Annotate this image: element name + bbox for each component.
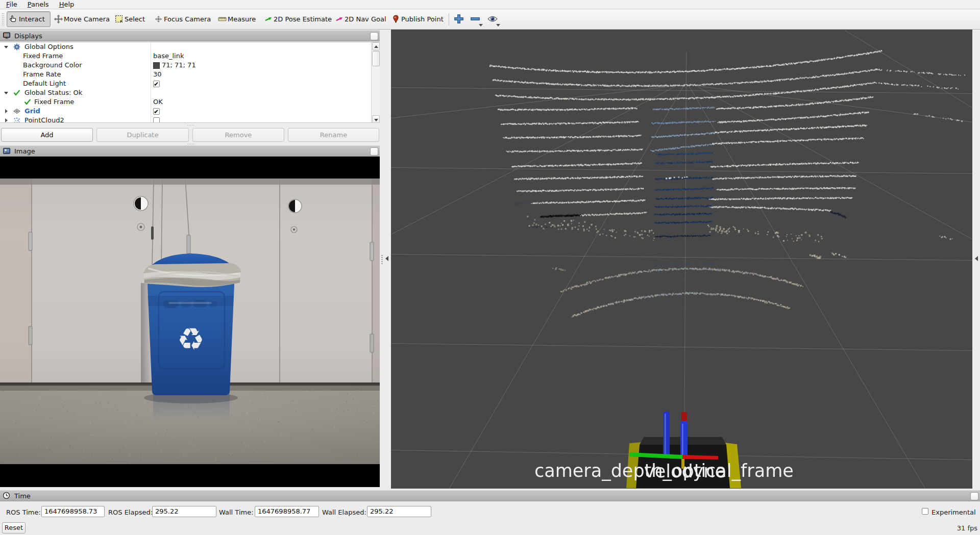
remove-tool-button[interactable] [470,14,481,25]
splitter-collapse-icon[interactable] [975,256,978,261]
clock-icon [3,492,11,500]
expander-down-icon[interactable] [2,42,10,52]
tree-row-background-color[interactable]: Background Color71; 71; 71 [0,61,371,70]
fps-counter: 31 fps [957,524,977,532]
expander-right-icon[interactable] [2,107,10,116]
displays-panel-titlebar: Displays [0,30,380,41]
dropdown-arrow-icon[interactable] [496,24,500,27]
tree-row-fixed-frame[interactable]: Fixed FrameOK [0,97,371,107]
door-handle [288,199,302,213]
property-value[interactable]: 30 [153,70,162,79]
color-swatch[interactable] [153,62,160,69]
experimental-checkbox[interactable] [922,508,928,515]
select-icon [115,15,124,23]
remove-button[interactable]: Remove [192,128,284,142]
scrollbar-thumb[interactable] [372,51,380,66]
tool-measure[interactable]: Measure [216,11,250,27]
tree-row-default-light[interactable]: Default Light [0,79,371,88]
property-checkbox[interactable] [153,108,160,115]
tree-row-pointcloud2[interactable]: PointCloud2 [0,116,371,123]
time-panel-close-button[interactable] [970,492,978,500]
menu-file[interactable]: File [2,0,21,9]
image-panel-close-button[interactable] [370,147,378,156]
tool-2d-nav-goal[interactable]: 2D Nav Goal [333,11,379,27]
displays-buttons: AddDuplicateRemoveRename [0,128,380,142]
tool-focus-camera[interactable]: Focus Camera [152,11,205,27]
tool-move-camera[interactable]: Move Camera [52,11,102,27]
tree-row-frame-rate[interactable]: Frame Rate30 [0,70,371,79]
tree-row-label: Fixed Frame [34,97,74,107]
tool-visibility-button[interactable] [487,14,499,25]
tree-row-global-status-ok[interactable]: Global Status: Ok [0,88,371,97]
time-panel-title: Time [14,492,31,500]
displays-panel-title: Displays [14,32,42,40]
property-value[interactable]: OK [153,97,163,107]
time-field-label: Wall Elapsed: [322,508,366,516]
tree-row-label: Background Color [23,61,82,70]
time-field-input-ros-elapsed-[interactable]: 295.22 [152,506,216,517]
property-checkbox[interactable] [153,81,160,87]
property-value[interactable]: base_link [153,52,184,61]
pose-estimate-icon [264,15,273,23]
time-field-input-wall-time-[interactable]: 1647698958.77 [255,506,319,517]
rename-button[interactable]: Rename [288,128,379,142]
add-tool-button[interactable] [454,14,465,25]
add-button[interactable]: Add [1,128,93,142]
image-panel: Image [0,145,380,487]
tree-row-label: Grid [24,107,40,116]
time-field-input-wall-elapsed-[interactable]: 295.22 [367,506,431,517]
pointcloud-canvas [391,30,972,489]
door-handle [134,196,148,211]
panel-splitter-left[interactable] [380,30,391,489]
hand-icon [9,15,18,23]
3d-viewport[interactable]: camera_depth_optical_framevelodyne [391,30,972,489]
image-icon [3,147,11,155]
expander-right-icon[interactable] [2,116,10,123]
camera-photo: ♻ [0,179,380,464]
experimental-label: Experimental [932,508,976,516]
tool-select[interactable]: Select [113,11,142,27]
camera-image-view: ♻ [0,157,380,487]
scroll-down-button[interactable] [372,115,380,123]
splitter-collapse-icon[interactable] [385,256,388,261]
splitter-grip-dots[interactable] [381,254,383,265]
reset-button[interactable]: Reset [2,522,26,533]
tree-row-fixed-frame[interactable]: Fixed Framebase_link [0,52,371,61]
tree-row-grid[interactable]: Grid [0,107,371,116]
duplicate-button[interactable]: Duplicate [96,128,189,142]
publish-point-icon [391,15,400,23]
tool-2d-pose-estimate[interactable]: 2D Pose Estimate [262,11,322,27]
rviz-window: FilePanelsHelp InteractMove CameraSelect… [0,0,980,535]
property-value[interactable]: 71; 71; 71 [162,61,196,70]
recycling-bin: ♻ [143,253,241,421]
menu-help[interactable]: Help [55,0,79,9]
status-ok-icon [13,89,20,96]
property-checkbox[interactable] [153,117,160,123]
tree-row-label: Frame Rate [23,70,61,79]
panel-splitter-right[interactable] [972,30,980,489]
grid-display-icon [13,108,20,115]
dropdown-arrow-icon[interactable] [479,24,483,27]
tree-scrollbar[interactable] [371,42,380,123]
time-field-label: ROS Elapsed: [108,508,153,516]
scroll-up-button[interactable] [372,42,380,50]
tree-row-label: Fixed Frame [23,52,63,61]
tree-row-label: PointCloud2 [24,116,64,123]
image-panel-title: Image [14,147,35,155]
gear-icon [13,43,20,50]
menu-panels[interactable]: Panels [23,0,53,9]
displays-panel-close-button[interactable] [370,32,378,40]
tree-row-global-options[interactable]: Global Options [0,42,371,52]
toolbar-drag-handle[interactable] [2,13,5,26]
time-panel-titlebar: Time [0,490,980,501]
move-camera-icon [54,15,63,23]
splitter-handle[interactable] [187,124,194,126]
tool-publish-point[interactable]: Publish Point [389,11,436,27]
splitter-handle[interactable] [187,143,194,145]
tool-interact[interactable]: Interact [7,11,51,27]
tf-label-velodyne: velodyne [644,461,726,481]
time-field-input-ros-time-[interactable]: 1647698958.73 [41,506,105,517]
expander-down-icon[interactable] [2,88,10,97]
displays-panel: Displays Global OptionsFixed Framebase_l… [0,30,380,145]
tree-row-label: Global Options [24,42,74,52]
